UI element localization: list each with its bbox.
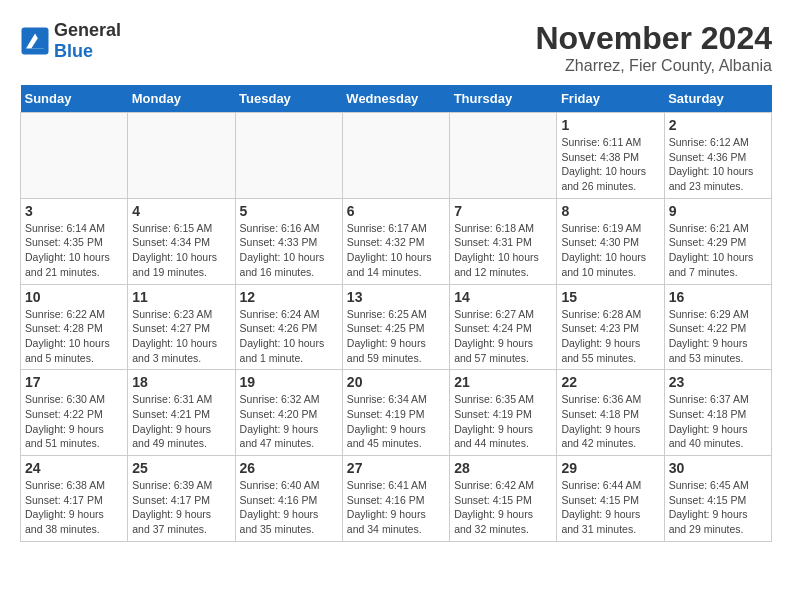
- calendar-cell: 18Sunrise: 6:31 AM Sunset: 4:21 PM Dayli…: [128, 370, 235, 456]
- calendar-table: SundayMondayTuesdayWednesdayThursdayFrid…: [20, 85, 772, 542]
- day-detail: Sunrise: 6:36 AM Sunset: 4:18 PM Dayligh…: [561, 392, 659, 451]
- weekday-header-row: SundayMondayTuesdayWednesdayThursdayFrid…: [21, 85, 772, 113]
- calendar-cell: 28Sunrise: 6:42 AM Sunset: 4:15 PM Dayli…: [450, 456, 557, 542]
- calendar-cell: 30Sunrise: 6:45 AM Sunset: 4:15 PM Dayli…: [664, 456, 771, 542]
- calendar-cell: 1Sunrise: 6:11 AM Sunset: 4:38 PM Daylig…: [557, 113, 664, 199]
- day-detail: Sunrise: 6:31 AM Sunset: 4:21 PM Dayligh…: [132, 392, 230, 451]
- day-detail: Sunrise: 6:12 AM Sunset: 4:36 PM Dayligh…: [669, 135, 767, 194]
- calendar-cell: 20Sunrise: 6:34 AM Sunset: 4:19 PM Dayli…: [342, 370, 449, 456]
- calendar-cell: 19Sunrise: 6:32 AM Sunset: 4:20 PM Dayli…: [235, 370, 342, 456]
- calendar-cell: 15Sunrise: 6:28 AM Sunset: 4:23 PM Dayli…: [557, 284, 664, 370]
- day-number: 16: [669, 289, 767, 305]
- day-number: 4: [132, 203, 230, 219]
- day-detail: Sunrise: 6:37 AM Sunset: 4:18 PM Dayligh…: [669, 392, 767, 451]
- calendar-cell: 3Sunrise: 6:14 AM Sunset: 4:35 PM Daylig…: [21, 198, 128, 284]
- calendar-cell: 22Sunrise: 6:36 AM Sunset: 4:18 PM Dayli…: [557, 370, 664, 456]
- weekday-header-sunday: Sunday: [21, 85, 128, 113]
- day-detail: Sunrise: 6:21 AM Sunset: 4:29 PM Dayligh…: [669, 221, 767, 280]
- calendar-cell: 29Sunrise: 6:44 AM Sunset: 4:15 PM Dayli…: [557, 456, 664, 542]
- day-detail: Sunrise: 6:45 AM Sunset: 4:15 PM Dayligh…: [669, 478, 767, 537]
- day-number: 28: [454, 460, 552, 476]
- location-title: Zharrez, Fier County, Albania: [535, 57, 772, 75]
- calendar-cell: 17Sunrise: 6:30 AM Sunset: 4:22 PM Dayli…: [21, 370, 128, 456]
- day-number: 15: [561, 289, 659, 305]
- day-detail: Sunrise: 6:27 AM Sunset: 4:24 PM Dayligh…: [454, 307, 552, 366]
- day-number: 26: [240, 460, 338, 476]
- weekday-header-tuesday: Tuesday: [235, 85, 342, 113]
- page-header: General Blue November 2024 Zharrez, Fier…: [20, 20, 772, 75]
- calendar-cell: 2Sunrise: 6:12 AM Sunset: 4:36 PM Daylig…: [664, 113, 771, 199]
- calendar-cell: 12Sunrise: 6:24 AM Sunset: 4:26 PM Dayli…: [235, 284, 342, 370]
- day-number: 11: [132, 289, 230, 305]
- calendar-cell: 9Sunrise: 6:21 AM Sunset: 4:29 PM Daylig…: [664, 198, 771, 284]
- day-detail: Sunrise: 6:11 AM Sunset: 4:38 PM Dayligh…: [561, 135, 659, 194]
- day-detail: Sunrise: 6:23 AM Sunset: 4:27 PM Dayligh…: [132, 307, 230, 366]
- day-number: 25: [132, 460, 230, 476]
- day-number: 7: [454, 203, 552, 219]
- week-row-2: 3Sunrise: 6:14 AM Sunset: 4:35 PM Daylig…: [21, 198, 772, 284]
- day-number: 1: [561, 117, 659, 133]
- calendar-cell: [21, 113, 128, 199]
- calendar-cell: 4Sunrise: 6:15 AM Sunset: 4:34 PM Daylig…: [128, 198, 235, 284]
- logo-general-text: General: [54, 20, 121, 40]
- day-detail: Sunrise: 6:34 AM Sunset: 4:19 PM Dayligh…: [347, 392, 445, 451]
- day-detail: Sunrise: 6:17 AM Sunset: 4:32 PM Dayligh…: [347, 221, 445, 280]
- calendar-cell: [342, 113, 449, 199]
- day-number: 20: [347, 374, 445, 390]
- calendar-cell: 11Sunrise: 6:23 AM Sunset: 4:27 PM Dayli…: [128, 284, 235, 370]
- week-row-4: 17Sunrise: 6:30 AM Sunset: 4:22 PM Dayli…: [21, 370, 772, 456]
- weekday-header-saturday: Saturday: [664, 85, 771, 113]
- week-row-5: 24Sunrise: 6:38 AM Sunset: 4:17 PM Dayli…: [21, 456, 772, 542]
- day-number: 23: [669, 374, 767, 390]
- day-number: 18: [132, 374, 230, 390]
- calendar-cell: 10Sunrise: 6:22 AM Sunset: 4:28 PM Dayli…: [21, 284, 128, 370]
- day-number: 21: [454, 374, 552, 390]
- calendar-cell: 24Sunrise: 6:38 AM Sunset: 4:17 PM Dayli…: [21, 456, 128, 542]
- day-detail: Sunrise: 6:18 AM Sunset: 4:31 PM Dayligh…: [454, 221, 552, 280]
- logo-icon: [20, 26, 50, 56]
- day-number: 14: [454, 289, 552, 305]
- day-number: 10: [25, 289, 123, 305]
- day-number: 27: [347, 460, 445, 476]
- day-detail: Sunrise: 6:14 AM Sunset: 4:35 PM Dayligh…: [25, 221, 123, 280]
- day-number: 22: [561, 374, 659, 390]
- day-number: 17: [25, 374, 123, 390]
- day-number: 13: [347, 289, 445, 305]
- calendar-cell: 23Sunrise: 6:37 AM Sunset: 4:18 PM Dayli…: [664, 370, 771, 456]
- day-number: 30: [669, 460, 767, 476]
- logo: General Blue: [20, 20, 121, 62]
- day-detail: Sunrise: 6:19 AM Sunset: 4:30 PM Dayligh…: [561, 221, 659, 280]
- calendar-cell: 6Sunrise: 6:17 AM Sunset: 4:32 PM Daylig…: [342, 198, 449, 284]
- weekday-header-friday: Friday: [557, 85, 664, 113]
- day-number: 19: [240, 374, 338, 390]
- day-number: 5: [240, 203, 338, 219]
- calendar-cell: 27Sunrise: 6:41 AM Sunset: 4:16 PM Dayli…: [342, 456, 449, 542]
- day-detail: Sunrise: 6:40 AM Sunset: 4:16 PM Dayligh…: [240, 478, 338, 537]
- logo-blue-text: Blue: [54, 41, 93, 61]
- calendar-cell: 13Sunrise: 6:25 AM Sunset: 4:25 PM Dayli…: [342, 284, 449, 370]
- calendar-cell: [450, 113, 557, 199]
- day-number: 3: [25, 203, 123, 219]
- day-number: 29: [561, 460, 659, 476]
- day-detail: Sunrise: 6:24 AM Sunset: 4:26 PM Dayligh…: [240, 307, 338, 366]
- calendar-cell: 21Sunrise: 6:35 AM Sunset: 4:19 PM Dayli…: [450, 370, 557, 456]
- month-title: November 2024: [535, 20, 772, 57]
- day-detail: Sunrise: 6:41 AM Sunset: 4:16 PM Dayligh…: [347, 478, 445, 537]
- day-detail: Sunrise: 6:25 AM Sunset: 4:25 PM Dayligh…: [347, 307, 445, 366]
- day-detail: Sunrise: 6:35 AM Sunset: 4:19 PM Dayligh…: [454, 392, 552, 451]
- week-row-3: 10Sunrise: 6:22 AM Sunset: 4:28 PM Dayli…: [21, 284, 772, 370]
- week-row-1: 1Sunrise: 6:11 AM Sunset: 4:38 PM Daylig…: [21, 113, 772, 199]
- day-number: 8: [561, 203, 659, 219]
- calendar-cell: 25Sunrise: 6:39 AM Sunset: 4:17 PM Dayli…: [128, 456, 235, 542]
- calendar-cell: 7Sunrise: 6:18 AM Sunset: 4:31 PM Daylig…: [450, 198, 557, 284]
- day-detail: Sunrise: 6:29 AM Sunset: 4:22 PM Dayligh…: [669, 307, 767, 366]
- day-number: 9: [669, 203, 767, 219]
- day-detail: Sunrise: 6:28 AM Sunset: 4:23 PM Dayligh…: [561, 307, 659, 366]
- weekday-header-monday: Monday: [128, 85, 235, 113]
- title-area: November 2024 Zharrez, Fier County, Alba…: [535, 20, 772, 75]
- weekday-header-thursday: Thursday: [450, 85, 557, 113]
- day-detail: Sunrise: 6:42 AM Sunset: 4:15 PM Dayligh…: [454, 478, 552, 537]
- day-number: 24: [25, 460, 123, 476]
- calendar-cell: 8Sunrise: 6:19 AM Sunset: 4:30 PM Daylig…: [557, 198, 664, 284]
- day-detail: Sunrise: 6:38 AM Sunset: 4:17 PM Dayligh…: [25, 478, 123, 537]
